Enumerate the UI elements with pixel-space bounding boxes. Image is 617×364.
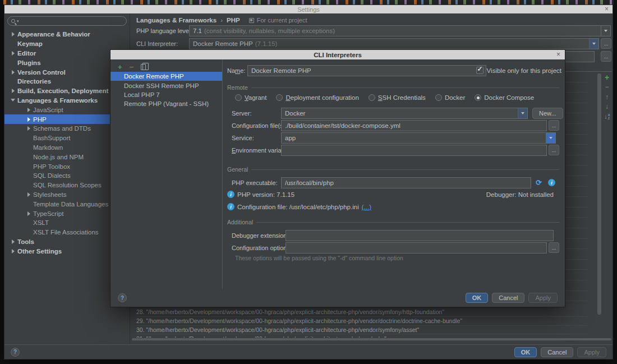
interpreter-item-docker-remote-php[interactable]: Docker Remote PHP xyxy=(110,72,222,81)
remove-icon[interactable]: − xyxy=(602,82,612,93)
sidebar-item-label: SQL Resolution Scopes xyxy=(33,182,102,188)
chevron-right-icon[interactable] xyxy=(8,70,17,75)
interpreter-item-local-php-7[interactable]: Local PHP 7 xyxy=(110,90,222,99)
configuration-options-field[interactable] xyxy=(286,242,547,254)
browse-interpreters-button[interactable]: ... xyxy=(601,38,611,49)
chevron-right-icon[interactable] xyxy=(8,239,17,244)
dialog-ok-button[interactable]: OK xyxy=(466,293,489,303)
cli-interpreter-detail: (7.1.15) xyxy=(255,40,278,47)
browse-env-vars-button[interactable]: ... xyxy=(549,145,559,155)
config-file-text: Configuration file: /usr/local/etc/php/p… xyxy=(237,204,371,210)
sidebar-item-label: Schemas and DTDs xyxy=(33,125,91,132)
remove-interpreter-icon[interactable]: − xyxy=(130,63,134,71)
sidebar-item-label: Directories xyxy=(17,78,51,85)
chevron-right-icon[interactable] xyxy=(24,126,33,131)
vertical-scrollbar[interactable] xyxy=(597,73,601,315)
sort-az-icon[interactable]: ↓ a z xyxy=(602,112,612,122)
language-level-combobox[interactable]: 7.1 (const visibility, nullables, multip… xyxy=(189,25,611,36)
close-icon[interactable]: × xyxy=(556,50,560,59)
show-config-link[interactable]: (...) xyxy=(362,204,371,210)
sidebar-item-appearance-behavior[interactable]: Appearance & Behavior xyxy=(4,30,129,39)
ok-button[interactable]: OK xyxy=(514,347,537,357)
visible-project-checkbox[interactable]: ✓ Visible only for this project xyxy=(476,67,561,74)
radio-label: Docker xyxy=(445,94,465,101)
dialog-cancel-button[interactable]: Cancel xyxy=(492,293,524,303)
dialog-titlebar[interactable]: CLI Interpreters × xyxy=(110,50,565,59)
add-icon[interactable]: + xyxy=(602,72,612,82)
browse-include-path-button[interactable]: ... xyxy=(601,51,611,62)
radio-deployment-configuration[interactable]: Deployment configuration xyxy=(276,94,358,101)
cli-interpreter-combobox[interactable]: Docker Remote PHP (7.1.15) xyxy=(189,38,599,49)
radio-icon[interactable] xyxy=(235,94,242,101)
chevron-down-icon[interactable] xyxy=(518,108,527,118)
php-executable-field[interactable]: /usr/local/bin/php xyxy=(281,177,531,188)
include-path-row[interactable]: 28. "/home/herberto/Development/workspac… xyxy=(136,308,588,317)
radio-icon[interactable] xyxy=(435,94,442,101)
chevron-right-icon[interactable] xyxy=(24,192,33,197)
radio-ssh-credentials[interactable]: SSH Credentials xyxy=(369,94,426,101)
server-label: Server: xyxy=(232,110,251,117)
chevron-right-icon[interactable] xyxy=(8,249,17,254)
help-icon[interactable]: ? xyxy=(11,348,20,357)
sidebar-item-label: Stylesheets xyxy=(33,191,66,198)
sidebar-item-label: XSLT File Associations xyxy=(33,229,99,236)
search-input[interactable]: ▾ xyxy=(7,16,127,26)
chevron-right-icon[interactable] xyxy=(24,108,33,112)
radio-docker-compose[interactable]: Docker Compose xyxy=(475,94,534,101)
new-server-button[interactable]: New... xyxy=(532,108,563,119)
include-path-row[interactable]: 31. "/home/herberto/Development/workspac… xyxy=(136,334,588,338)
interpreter-form: Name: Docker Remote PHP ✓ Visible only f… xyxy=(223,59,565,289)
radio-docker[interactable]: Docker xyxy=(435,94,465,101)
move-down-icon[interactable]: ↓ xyxy=(602,102,612,112)
chevron-right-icon[interactable] xyxy=(8,51,17,56)
interpreter-item-docker-ssh-remote-php[interactable]: Docker SSH Remote PHP xyxy=(110,81,222,90)
sidebar-item-keymap[interactable]: Keymap xyxy=(4,39,129,49)
chevron-down-icon[interactable] xyxy=(8,99,17,102)
checkbox-icon[interactable]: ✓ xyxy=(476,67,484,74)
include-path-row[interactable]: 30. "/home/herberto/Development/workspac… xyxy=(136,326,588,335)
dialog-apply-button: Apply xyxy=(528,293,558,303)
general-section-label: General xyxy=(227,166,248,173)
interpreter-item-remote-php-vagrant-ssh[interactable]: Remote PHP (Vagrant - SSH) xyxy=(110,99,222,108)
debugger-extension-field[interactable] xyxy=(286,230,554,241)
name-field[interactable]: Docker Remote PHP xyxy=(247,65,486,76)
service-combobox[interactable]: app xyxy=(281,132,556,144)
php-executable-value: /usr/local/bin/php xyxy=(285,179,334,186)
cli-interpreters-dialog: CLI Interpreters × + − Docker Remote PHP… xyxy=(110,49,565,307)
add-interpreter-icon[interactable]: + xyxy=(118,63,122,71)
breadcrumb: Languages & Frameworks › PHP For current… xyxy=(136,17,307,24)
move-up-icon[interactable]: ↑ xyxy=(602,92,612,102)
radio-vagrant[interactable]: Vagrant xyxy=(235,94,266,101)
browse-config-options-button[interactable]: ... xyxy=(549,242,559,253)
radio-icon[interactable] xyxy=(276,94,283,101)
chevron-right-icon[interactable] xyxy=(24,211,33,216)
cancel-button[interactable]: Cancel xyxy=(541,347,573,357)
sidebar-item-label: Editor xyxy=(17,50,36,57)
environment-variables-field[interactable] xyxy=(281,145,547,156)
sidebar-item-label: BashSupport xyxy=(33,135,71,141)
help-icon[interactable]: ? xyxy=(118,293,127,302)
settings-titlebar[interactable]: Settings × xyxy=(4,5,613,13)
chevron-down-icon[interactable] xyxy=(589,39,598,49)
breadcrumb-section[interactable]: Languages & Frameworks xyxy=(136,17,217,24)
include-path-row[interactable]: 29. "/home/herberto/Development/workspac… xyxy=(136,317,588,326)
chevron-right-icon[interactable] xyxy=(24,117,33,122)
chevron-down-icon[interactable] xyxy=(601,26,610,36)
sidebar-item-label: Build, Execution, Deployment xyxy=(17,87,108,94)
radio-icon[interactable] xyxy=(369,94,375,101)
sidebar-item-label: Other Settings xyxy=(17,248,62,255)
radio-selected-icon[interactable] xyxy=(475,94,481,101)
reload-phpinfo-icon[interactable]: ⟳ xyxy=(536,179,542,186)
options-hint-text: These options will be passed using the "… xyxy=(235,255,403,261)
chevron-right-icon[interactable] xyxy=(8,32,17,36)
sidebar-item-label: Tools xyxy=(17,238,34,245)
server-combobox[interactable]: Docker xyxy=(281,108,528,119)
chevron-right-icon[interactable] xyxy=(8,89,17,93)
horizontal-scrollbar[interactable] xyxy=(132,338,611,340)
browse-config-files-button[interactable]: ... xyxy=(549,120,559,131)
configuration-files-field[interactable]: ./build/container/tst/docker-compose.yml xyxy=(281,120,547,131)
info-icon[interactable]: i xyxy=(548,179,555,186)
close-icon[interactable]: × xyxy=(605,5,609,13)
copy-interpreter-icon[interactable] xyxy=(141,64,146,70)
chevron-down-icon[interactable] xyxy=(546,133,555,143)
